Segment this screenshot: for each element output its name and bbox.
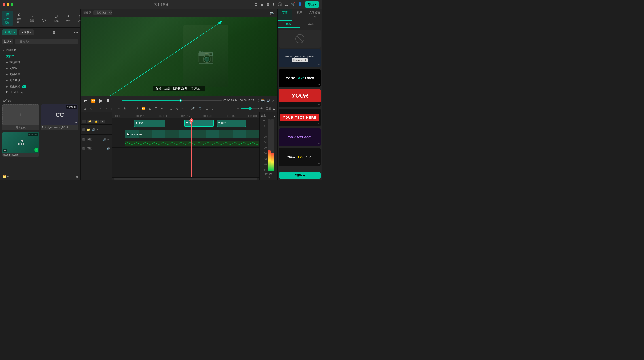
tab-text-to-speech[interactable]: 文字转语音 [307,9,322,21]
subtitle-track-eye-icon[interactable]: 👁 [96,128,100,131]
record-button[interactable]: ● 录制 ▾ [19,29,34,35]
grid-view-icon[interactable]: ⊞ [264,11,268,15]
zoom-slider[interactable] [241,107,259,110]
cut-button[interactable]: ✂ [116,106,122,111]
media-item-import[interactable]: + 导入媒体 [2,104,39,130]
playhead[interactable]: ✂ [191,118,192,177]
delete-folder-icon[interactable]: 🗑 [10,175,14,179]
add-track-row-button[interactable]: + [82,120,86,123]
tree-item-adjust[interactable]: ▶ 调整图层 [0,71,80,77]
search-input[interactable] [14,39,78,44]
screenshot-button[interactable]: 📸 [261,99,264,102]
preset-your-text-yellow[interactable]: YOUR TEXT HERE ✏ [279,148,321,166]
edit-icon-4[interactable]: ✏ [318,122,320,126]
mic-button[interactable]: 🎤 [190,106,196,111]
undo-button[interactable]: ↩ [97,106,102,111]
audio-mute-icon[interactable]: 🔊 [106,147,110,150]
preset-yourtext-italic[interactable]: Your Text Here ✏ [279,69,321,87]
main-track-button[interactable]: ⊙ [175,106,180,111]
add-folder-icon[interactable]: 📁+ [2,174,9,179]
audio-track-mute-icon[interactable]: 🔊 [92,128,95,131]
mark-out-button[interactable]: } [117,98,120,103]
monitor-icon[interactable]: 🖥 [260,3,264,7]
lock-track-button[interactable]: 🔒 [94,120,99,123]
timeline-scrubber[interactable] [122,100,222,101]
filter-button[interactable]: ⊟ [52,30,56,35]
expand-button[interactable]: ⤢ [272,99,274,102]
copy-button[interactable]: ⎘ [123,106,127,111]
audio-sep-button[interactable]: ♫ [128,106,133,111]
subtab-template[interactable]: 模板 [278,21,300,28]
user-icon[interactable]: 👤 [298,2,302,7]
toolbar-item-library[interactable]: 🗂 素材库 [14,11,26,26]
tab-caption[interactable]: 字幕 [278,9,292,21]
toolbar-item-audio[interactable]: ♪ 音频 [26,13,38,24]
tree-item-local[interactable]: ▶ 本地素材 [0,59,80,65]
subtitle-clip-2[interactable]: T 你好，... [184,120,214,127]
video-eye-icon[interactable]: 👁 [107,138,110,141]
preset-your-text-purple[interactable]: Your text here ✏ [279,128,321,146]
loop-button[interactable]: ↺ [134,106,139,111]
zoom-in-button[interactable]: + [260,107,263,111]
subtitle-clip-1[interactable]: T 你好，... [134,120,166,127]
insert-button[interactable]: ⊕ [168,106,174,111]
import-button[interactable]: ⬆ 导入 ▾ [2,29,18,35]
preset-disabled[interactable] [279,30,321,48]
volume-toggle-icon[interactable]: ▲ [272,107,276,110]
preset-your-text-here-red[interactable]: YOUR TEXT HERE ✏ [279,109,321,126]
frame-back-button[interactable]: ⏪ [90,98,96,103]
screen-icon[interactable]: ⊡ [254,2,258,7]
add-to-timeline-icon[interactable]: + [75,121,77,124]
quality-select[interactable]: 完整画质 [94,10,112,15]
fullscreen-button[interactable]: ⛶ [256,99,259,102]
tree-item-project-assets[interactable]: ▾ 项目素材 [0,47,80,53]
caption-button[interactable]: T [154,106,158,111]
music-button[interactable]: 🎵 [197,106,203,111]
media-item-video[interactable]: 🏖 00:00:27 ✓ ▶ video-miao.mp4 [2,132,39,157]
tab-video[interactable]: 视频 [292,9,307,21]
tree-item-cloud[interactable]: ▶ 云空间 [0,65,80,71]
zoom-out-button[interactable]: − [237,107,240,111]
apply-all-button[interactable]: 全部应用 [279,172,321,179]
video-mute-icon[interactable]: 🔊 [103,138,106,141]
edit-icon-3[interactable]: ✏ [318,103,320,106]
toolbar-item-text[interactable]: T 文字 [38,13,50,24]
close-button[interactable] [3,3,5,6]
delete-button[interactable]: 🗑 [110,106,115,111]
collapse-sidebar-icon[interactable]: ◀ [75,174,78,179]
scrubber-thumb[interactable] [179,99,182,102]
volume-header-toggle[interactable]: ▲ [274,114,276,117]
tree-item-ai-video[interactable]: ▶ 囧生视频 AI [0,84,80,90]
folder-track-button[interactable]: 📁 [87,120,92,123]
expand-track-button[interactable]: ⤢ [100,120,105,123]
subtitle-clip-3[interactable]: T 你好，... [217,120,246,127]
cart-icon[interactable]: 🛒 [290,2,295,7]
split-view-button[interactable]: ⊞ [82,106,87,111]
select-tool-button[interactable]: ↖ [88,106,94,111]
play-button[interactable]: ▶ [98,97,104,104]
preset-your-red[interactable]: YOUR ✏ [279,89,321,107]
headphone-icon[interactable]: 🎧 [278,2,282,7]
more-tool-button[interactable]: ≫ [159,106,165,111]
toolbar-item-transition[interactable]: ⬡ 转场 [50,13,62,24]
snapshot-icon[interactable]: 📷 [270,11,274,15]
skip-back-button[interactable]: ⏮ [83,98,88,103]
toolbar-item-my-assets[interactable]: ⊞ 我的素材 [2,11,14,26]
edit-icon-2[interactable]: ✏ [318,83,320,86]
toolbar-item-effects[interactable]: ✦ 特效 [62,13,74,24]
mark-in-button[interactable]: { [112,98,116,103]
preset-dynamic[interactable]: This is dynamic text preset. Please edit… [279,50,321,67]
subtab-basic[interactable]: 基础 [300,21,322,28]
edit-icon-6[interactable]: ✏ [318,162,320,165]
group-button[interactable]: ⊔ [148,106,152,111]
edit-icon-5[interactable]: ✏ [318,142,320,145]
keyframe-button[interactable]: ◇ [181,106,186,111]
minimize-button[interactable] [7,3,10,6]
edit-icon-1[interactable]: ✏ [318,63,320,67]
swap-button[interactable]: ⇄ [211,106,216,111]
playhead-head[interactable]: ✂ [190,118,194,122]
export-button[interactable]: 导出 ▾ [305,1,319,8]
tree-item-folder[interactable]: 文件夹 [0,53,80,59]
media-item-srt[interactable]: CC 00:00:27 + T 片段_video-miao_02.srt [41,104,78,130]
audio-clip[interactable] [125,141,260,146]
